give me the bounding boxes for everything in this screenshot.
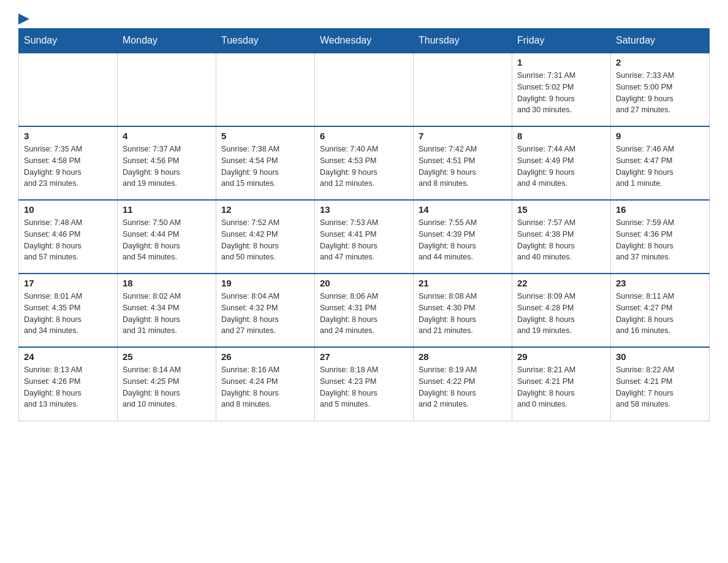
calendar-cell: 11Sunrise: 7:50 AMSunset: 4:44 PMDayligh… bbox=[118, 200, 216, 274]
day-number: 21 bbox=[419, 278, 507, 288]
day-number: 20 bbox=[320, 278, 408, 288]
day-info: Sunrise: 7:37 AMSunset: 4:56 PMDaylight:… bbox=[123, 144, 211, 190]
day-number: 19 bbox=[221, 278, 309, 288]
day-number: 6 bbox=[320, 131, 408, 141]
calendar-cell: 4Sunrise: 7:37 AMSunset: 4:56 PMDaylight… bbox=[118, 126, 216, 200]
calendar-week-row: 10Sunrise: 7:48 AMSunset: 4:46 PMDayligh… bbox=[19, 200, 710, 274]
calendar-header-tuesday: Tuesday bbox=[216, 29, 315, 53]
day-number: 26 bbox=[221, 351, 309, 362]
calendar-cell: 7Sunrise: 7:42 AMSunset: 4:51 PMDaylight… bbox=[414, 126, 512, 200]
day-info: Sunrise: 7:53 AMSunset: 4:41 PMDaylight:… bbox=[320, 217, 408, 263]
day-number: 30 bbox=[616, 351, 704, 362]
day-number: 9 bbox=[616, 131, 704, 141]
logo-blue-part bbox=[18, 12, 29, 26]
day-number: 11 bbox=[123, 204, 211, 215]
day-number: 27 bbox=[320, 351, 408, 362]
day-info: Sunrise: 7:35 AMSunset: 4:58 PMDaylight:… bbox=[24, 144, 112, 190]
day-number: 4 bbox=[123, 131, 211, 141]
day-info: Sunrise: 7:42 AMSunset: 4:51 PMDaylight:… bbox=[419, 144, 507, 190]
day-info: Sunrise: 7:38 AMSunset: 4:54 PMDaylight:… bbox=[221, 144, 309, 190]
calendar-cell: 13Sunrise: 7:53 AMSunset: 4:41 PMDayligh… bbox=[315, 200, 414, 274]
day-number: 24 bbox=[24, 351, 112, 362]
calendar-cell: 2Sunrise: 7:33 AMSunset: 5:00 PMDaylight… bbox=[611, 53, 710, 126]
calendar-cell: 5Sunrise: 7:38 AMSunset: 4:54 PMDaylight… bbox=[216, 126, 315, 200]
calendar-cell: 12Sunrise: 7:52 AMSunset: 4:42 PMDayligh… bbox=[216, 200, 315, 274]
day-number: 12 bbox=[221, 204, 309, 215]
calendar-cell: 26Sunrise: 8:16 AMSunset: 4:24 PMDayligh… bbox=[216, 347, 315, 421]
logo bbox=[18, 12, 29, 22]
day-number: 14 bbox=[419, 204, 507, 215]
day-info: Sunrise: 7:59 AMSunset: 4:36 PMDaylight:… bbox=[616, 217, 704, 263]
calendar-cell bbox=[118, 53, 216, 126]
day-info: Sunrise: 7:50 AMSunset: 4:44 PMDaylight:… bbox=[123, 217, 211, 263]
calendar-header-thursday: Thursday bbox=[414, 29, 512, 53]
calendar-cell: 15Sunrise: 7:57 AMSunset: 4:38 PMDayligh… bbox=[512, 200, 611, 274]
day-info: Sunrise: 8:08 AMSunset: 4:30 PMDaylight:… bbox=[419, 291, 507, 337]
day-info: Sunrise: 8:11 AMSunset: 4:27 PMDaylight:… bbox=[616, 291, 704, 337]
svg-marker-0 bbox=[18, 13, 29, 25]
calendar-cell: 29Sunrise: 8:21 AMSunset: 4:21 PMDayligh… bbox=[512, 347, 611, 421]
day-number: 7 bbox=[419, 131, 507, 141]
day-number: 2 bbox=[616, 57, 704, 67]
day-number: 25 bbox=[123, 351, 211, 362]
day-number: 28 bbox=[419, 351, 507, 362]
calendar-cell: 10Sunrise: 7:48 AMSunset: 4:46 PMDayligh… bbox=[19, 200, 118, 274]
calendar-week-row: 24Sunrise: 8:13 AMSunset: 4:26 PMDayligh… bbox=[19, 347, 710, 421]
day-number: 3 bbox=[24, 131, 112, 141]
calendar-cell: 9Sunrise: 7:46 AMSunset: 4:47 PMDaylight… bbox=[611, 126, 710, 200]
day-info: Sunrise: 8:21 AMSunset: 4:21 PMDaylight:… bbox=[517, 364, 605, 410]
day-info: Sunrise: 8:02 AMSunset: 4:34 PMDaylight:… bbox=[123, 291, 211, 337]
calendar-cell: 21Sunrise: 8:08 AMSunset: 4:30 PMDayligh… bbox=[414, 274, 512, 347]
day-info: Sunrise: 7:48 AMSunset: 4:46 PMDaylight:… bbox=[24, 217, 112, 263]
day-number: 5 bbox=[221, 131, 309, 141]
calendar-cell: 24Sunrise: 8:13 AMSunset: 4:26 PMDayligh… bbox=[19, 347, 118, 421]
day-number: 1 bbox=[517, 57, 605, 67]
calendar-cell bbox=[315, 53, 414, 126]
calendar-cell: 16Sunrise: 7:59 AMSunset: 4:36 PMDayligh… bbox=[611, 200, 710, 274]
day-number: 15 bbox=[517, 204, 605, 215]
calendar-header-row: SundayMondayTuesdayWednesdayThursdayFrid… bbox=[19, 29, 710, 53]
calendar-week-row: 17Sunrise: 8:01 AMSunset: 4:35 PMDayligh… bbox=[19, 274, 710, 347]
day-info: Sunrise: 7:52 AMSunset: 4:42 PMDaylight:… bbox=[221, 217, 309, 263]
calendar-cell: 6Sunrise: 7:40 AMSunset: 4:53 PMDaylight… bbox=[315, 126, 414, 200]
day-info: Sunrise: 7:57 AMSunset: 4:38 PMDaylight:… bbox=[517, 217, 605, 263]
day-info: Sunrise: 7:46 AMSunset: 4:47 PMDaylight:… bbox=[616, 144, 704, 190]
calendar-header-saturday: Saturday bbox=[611, 29, 710, 53]
calendar-cell: 22Sunrise: 8:09 AMSunset: 4:28 PMDayligh… bbox=[512, 274, 611, 347]
calendar-cell: 3Sunrise: 7:35 AMSunset: 4:58 PMDaylight… bbox=[19, 126, 118, 200]
day-number: 23 bbox=[616, 278, 704, 288]
calendar-week-row: 1Sunrise: 7:31 AMSunset: 5:02 PMDaylight… bbox=[19, 53, 710, 126]
day-info: Sunrise: 7:55 AMSunset: 4:39 PMDaylight:… bbox=[419, 217, 507, 263]
day-info: Sunrise: 8:19 AMSunset: 4:22 PMDaylight:… bbox=[419, 364, 507, 410]
calendar-header-sunday: Sunday bbox=[19, 29, 118, 53]
day-info: Sunrise: 8:13 AMSunset: 4:26 PMDaylight:… bbox=[24, 364, 112, 410]
calendar-cell: 19Sunrise: 8:04 AMSunset: 4:32 PMDayligh… bbox=[216, 274, 315, 347]
calendar-cell: 18Sunrise: 8:02 AMSunset: 4:34 PMDayligh… bbox=[118, 274, 216, 347]
calendar-header-wednesday: Wednesday bbox=[315, 29, 414, 53]
day-info: Sunrise: 8:16 AMSunset: 4:24 PMDaylight:… bbox=[221, 364, 309, 410]
calendar-week-row: 3Sunrise: 7:35 AMSunset: 4:58 PMDaylight… bbox=[19, 126, 710, 200]
day-info: Sunrise: 8:18 AMSunset: 4:23 PMDaylight:… bbox=[320, 364, 408, 410]
calendar-cell: 20Sunrise: 8:06 AMSunset: 4:31 PMDayligh… bbox=[315, 274, 414, 347]
day-info: Sunrise: 7:40 AMSunset: 4:53 PMDaylight:… bbox=[320, 144, 408, 190]
day-number: 8 bbox=[517, 131, 605, 141]
calendar-cell: 30Sunrise: 8:22 AMSunset: 4:21 PMDayligh… bbox=[611, 347, 710, 421]
calendar-cell bbox=[216, 53, 315, 126]
day-info: Sunrise: 8:14 AMSunset: 4:25 PMDaylight:… bbox=[123, 364, 211, 410]
day-number: 29 bbox=[517, 351, 605, 362]
calendar-cell: 8Sunrise: 7:44 AMSunset: 4:49 PMDaylight… bbox=[512, 126, 611, 200]
calendar-cell bbox=[414, 53, 512, 126]
day-number: 16 bbox=[616, 204, 704, 215]
calendar-cell: 17Sunrise: 8:01 AMSunset: 4:35 PMDayligh… bbox=[19, 274, 118, 347]
day-number: 10 bbox=[24, 204, 112, 215]
day-number: 22 bbox=[517, 278, 605, 288]
day-info: Sunrise: 7:33 AMSunset: 5:00 PMDaylight:… bbox=[616, 70, 704, 116]
calendar-cell: 25Sunrise: 8:14 AMSunset: 4:25 PMDayligh… bbox=[118, 347, 216, 421]
calendar-cell: 14Sunrise: 7:55 AMSunset: 4:39 PMDayligh… bbox=[414, 200, 512, 274]
calendar-cell: 28Sunrise: 8:19 AMSunset: 4:22 PMDayligh… bbox=[414, 347, 512, 421]
logo-arrow-icon bbox=[18, 12, 29, 26]
calendar-cell: 23Sunrise: 8:11 AMSunset: 4:27 PMDayligh… bbox=[611, 274, 710, 347]
calendar-header-monday: Monday bbox=[118, 29, 216, 53]
calendar-cell bbox=[19, 53, 118, 126]
day-info: Sunrise: 8:01 AMSunset: 4:35 PMDaylight:… bbox=[24, 291, 112, 337]
